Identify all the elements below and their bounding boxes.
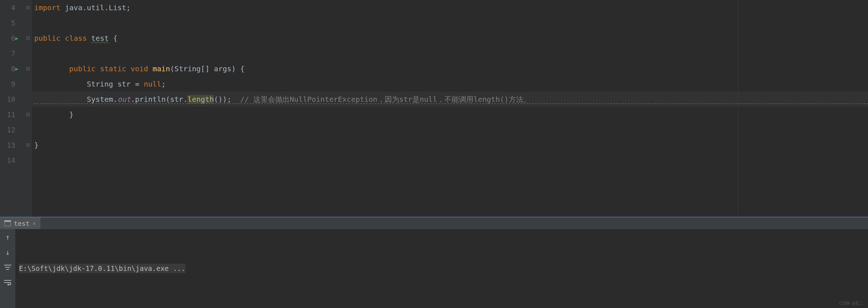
class-name: test <box>91 34 109 43</box>
code-text: System. <box>34 95 118 104</box>
line-num: 10 <box>0 92 25 107</box>
line-num: 12 <box>0 122 25 137</box>
line-num: 8▶ <box>0 61 25 76</box>
field: out <box>118 95 131 104</box>
line-num: 7 <box>0 46 25 61</box>
code-editor[interactable]: 4 5 6▶ 7 8▶ 9 10 11 12 13 14 ⊟ ⊟ ⊟ ⊟ ⊟ i… <box>0 0 868 217</box>
fold-column: ⊟ ⊟ ⊟ ⊟ ⊟ <box>25 0 32 217</box>
run-tab[interactable]: test × <box>0 217 40 229</box>
keyword: class <box>65 34 91 43</box>
method-name: main <box>152 64 170 73</box>
filter-icon[interactable] <box>4 263 11 272</box>
fold-icon[interactable]: ⊟ <box>26 0 30 15</box>
line-num: 13 <box>0 137 25 153</box>
watermark: CSDN @玄二 <box>839 300 864 307</box>
line-num: 4 <box>0 0 25 15</box>
fold-icon[interactable]: ⊟ <box>26 61 30 76</box>
keyword: import <box>34 3 60 12</box>
line-num: 6▶ <box>0 31 25 46</box>
console-output[interactable]: E:\Soft\jdk\jdk-17.0.11\bin\java.exe ...… <box>15 229 868 308</box>
code-text: ()); <box>214 95 240 104</box>
tab-label: test <box>14 220 29 227</box>
line-num: 9 <box>0 76 25 92</box>
keyword: public <box>34 34 65 43</box>
code-text <box>34 64 69 73</box>
console-panel: ↑ ↓ E:\Soft\jdk\jdk-17.0.11\bin\java.exe… <box>0 229 868 308</box>
code-text: String str = <box>34 80 144 88</box>
keyword: void <box>131 64 152 73</box>
down-arrow-icon[interactable]: ↓ <box>5 248 10 257</box>
command-line: E:\Soft\jdk\jdk-17.0.11\bin\java.exe ... <box>19 264 186 273</box>
code-text: .println(str. <box>131 95 188 104</box>
warning-highlight: length <box>187 95 214 104</box>
code-area[interactable]: import java.util.List; public class test… <box>32 0 868 217</box>
wavy-underline <box>34 103 868 104</box>
code-text: java.util.List; <box>60 3 131 12</box>
current-line: System.out.println(str.length()); // 这里会… <box>32 92 868 107</box>
wrap-icon[interactable] <box>4 279 11 287</box>
line-num: 14 <box>0 153 25 168</box>
keyword: null <box>144 80 161 88</box>
fold-icon[interactable]: ⊟ <box>26 31 30 46</box>
run-icon[interactable]: ▶ <box>15 31 18 46</box>
code-text: { <box>109 34 118 43</box>
comment: // 这里会抛出NullPointerException，因为str是null，… <box>240 95 531 104</box>
code-text: } <box>34 110 74 119</box>
terminal-icon <box>4 220 11 226</box>
right-margin <box>738 0 738 217</box>
code-text: ; <box>161 80 166 88</box>
run-icon[interactable]: ▶ <box>15 61 18 76</box>
run-tab-bar: test × <box>0 217 868 229</box>
fold-icon[interactable]: ⊟ <box>26 107 30 122</box>
line-num: 11 <box>0 107 25 122</box>
up-arrow-icon[interactable]: ↑ <box>5 233 10 241</box>
gutter: 4 5 6▶ 7 8▶ 9 10 11 12 13 14 <box>0 0 25 217</box>
console-toolbar: ↑ ↓ <box>0 229 15 308</box>
fold-icon[interactable]: ⊟ <box>26 137 30 153</box>
code-text: (String[] args) { <box>170 64 245 73</box>
code-text: } <box>34 141 39 149</box>
close-icon[interactable]: × <box>32 220 36 227</box>
svg-rect-1 <box>4 220 11 222</box>
keyword: static <box>100 64 131 73</box>
line-num: 5 <box>0 15 25 31</box>
keyword: public <box>69 64 100 73</box>
